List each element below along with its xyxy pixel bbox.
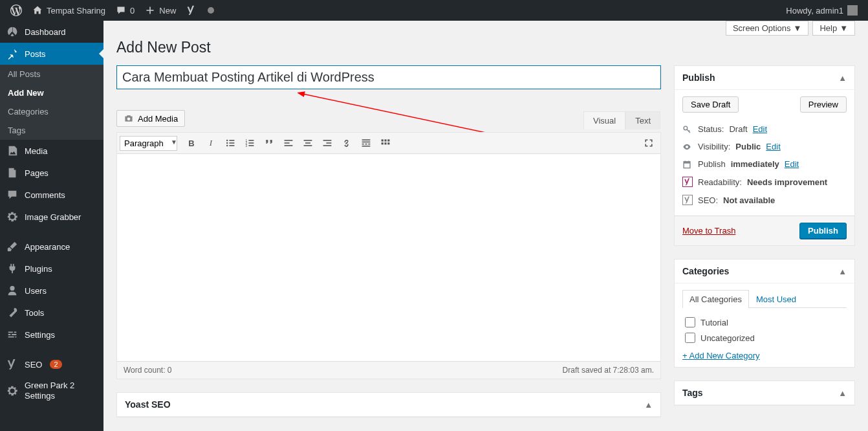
cat-tab-most-used[interactable]: Most Used [749,290,803,308]
categories-panel-title: Categories [682,266,729,276]
edit-visibility-link[interactable]: Edit [766,142,780,151]
svg-rect-30 [384,139,386,141]
wrench-icon [6,307,19,318]
seo-value: Not available [723,195,775,205]
editor-toolbar: Paragraph▼ B I 123 [117,133,660,154]
submenu-add-new[interactable]: Add New [0,83,103,102]
svg-rect-31 [387,139,389,141]
editor-text-tab[interactable]: Text [625,111,660,129]
numbered-list-button[interactable]: 123 [241,134,259,152]
checkbox[interactable] [685,317,695,327]
submenu-tags[interactable]: Tags [0,121,103,140]
chevron-up-icon[interactable]: ▲ [838,388,847,398]
fullscreen-button[interactable] [640,134,658,152]
format-select[interactable]: Paragraph [120,136,177,151]
svg-point-6 [226,145,228,146]
svg-rect-13 [248,145,254,146]
edit-publish-link[interactable]: Edit [785,159,799,169]
howdy-text: Howdy, admin1 [786,6,843,16]
svg-rect-23 [362,139,371,140]
svg-rect-7 [229,145,234,146]
editor-visual-tab[interactable]: Visual [583,111,625,129]
italic-button[interactable]: I [202,134,220,152]
chevron-up-icon[interactable]: ▲ [838,73,847,83]
topbar-site-link[interactable]: Tempat Sharing [27,0,111,21]
add-media-button[interactable]: Add Media [116,110,185,127]
sidebar-item-settings[interactable]: Settings [0,324,103,346]
dashboard-icon [6,26,19,38]
status-value: Draft [729,124,747,134]
add-category-link[interactable]: + Add New Category [682,351,760,360]
calendar-icon [682,160,693,169]
publish-button[interactable]: Publish [799,223,847,239]
admin-topbar: Tempat Sharing 0 New Howdy, admin1 [0,0,868,21]
bullet-list-button[interactable] [221,134,239,152]
editor-content-area[interactable] [117,154,660,361]
yoast-seo-icon [682,195,693,205]
screen-options-button[interactable]: Screen Options ▼ [726,21,808,36]
sidebar-item-image-grabber[interactable]: Image Grabber [0,206,103,228]
yoast-readability-icon [682,177,693,187]
sidebar-label: Comments [25,190,65,200]
word-count: Word count: 0 [124,366,171,375]
chevron-up-icon[interactable]: ▲ [838,267,847,276]
readmore-button[interactable] [357,134,375,152]
bold-button[interactable]: B [182,134,201,152]
sidebar-item-plugins[interactable]: Plugins [0,258,103,280]
submenu-categories[interactable]: Categories [0,102,103,121]
link-button[interactable] [338,134,356,152]
svg-rect-25 [362,144,364,145]
seo-label: SEO: [698,195,718,205]
sidebar-item-dashboard[interactable]: Dashboard [0,21,103,43]
category-checkbox-tutorial[interactable]: Tutorial [685,315,844,330]
sidebar-item-media[interactable]: Media [0,140,103,162]
topbar-new[interactable]: New [140,0,181,21]
circle-icon [207,6,215,14]
topbar-comments[interactable]: 0 [111,0,140,21]
sidebar-label: Green Park 2 Settings [25,381,98,401]
svg-rect-29 [382,139,384,141]
sidebar-item-pages[interactable]: Pages [0,162,103,184]
topbar-dot[interactable] [202,0,220,21]
help-button[interactable]: Help ▼ [812,21,855,36]
checkbox[interactable] [685,333,695,343]
save-draft-button[interactable]: Save Draft [682,96,739,113]
wp-logo[interactable] [5,0,27,21]
categories-panel-header[interactable]: Categories ▲ [675,260,854,283]
preview-button[interactable]: Preview [800,96,847,113]
sidebar-item-comments[interactable]: Comments [0,184,103,206]
cat-tab-all[interactable]: All Categories [682,290,749,308]
sidebar-item-greenpark[interactable]: Green Park 2 Settings [0,375,103,406]
sidebar-item-seo[interactable]: SEO2 [0,353,103,375]
publish-panel-header[interactable]: Publish ▲ [675,66,854,90]
svg-rect-19 [304,145,312,146]
sidebar-item-appearance[interactable]: Appearance [0,236,103,258]
sidebar-item-posts[interactable]: Posts [0,43,103,65]
post-title-input[interactable] [116,65,661,89]
pin-icon [6,48,19,60]
toolbar-toggle-button[interactable] [376,134,395,152]
category-checkbox-uncategorized[interactable]: Uncategorized [685,330,844,346]
move-to-trash-link[interactable]: Move to Trash [682,226,735,236]
comment-icon [116,5,126,16]
topbar-account[interactable]: Howdy, admin1 [781,0,863,21]
readability-label: Readability: [698,177,742,187]
align-right-button[interactable] [318,134,336,152]
edit-status-link[interactable]: Edit [753,124,767,134]
user-icon [6,285,19,296]
submenu-all-posts[interactable]: All Posts [0,65,103,83]
key-icon [682,125,693,134]
eye-icon [682,142,693,151]
sidebar-item-users[interactable]: Users [0,280,103,302]
chevron-up-icon[interactable]: ▲ [644,400,653,410]
sidebar-label: Users [25,286,47,296]
category-label: Uncategorized [700,333,755,343]
sidebar-item-tools[interactable]: Tools [0,302,103,324]
yoast-panel-header[interactable]: Yoast SEO ▲ [117,393,660,417]
topbar-yoast[interactable] [181,0,202,21]
align-center-button[interactable] [299,134,317,152]
blockquote-button[interactable] [260,134,278,152]
tags-panel-header[interactable]: Tags ▲ [675,381,854,405]
align-left-button[interactable] [279,134,298,152]
svg-rect-20 [323,140,332,141]
